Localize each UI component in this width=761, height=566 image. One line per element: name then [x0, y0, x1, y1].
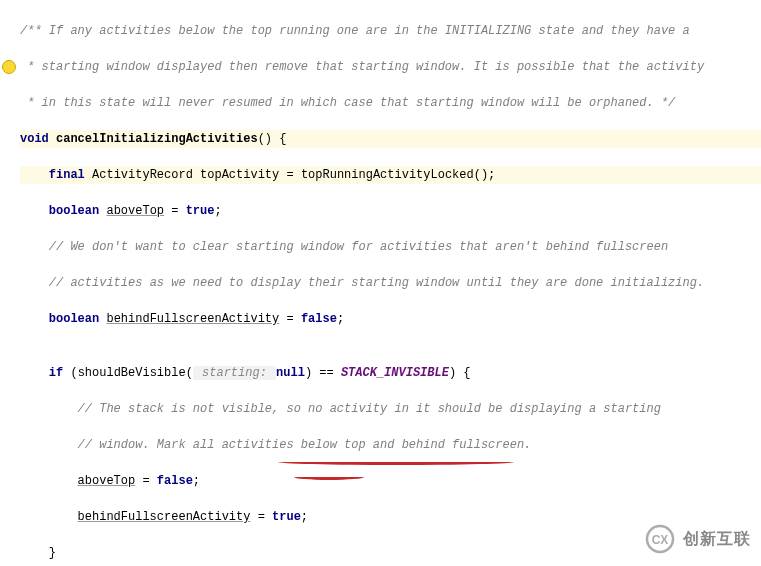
watermark: CX 创新互联	[643, 522, 751, 556]
param-hint: starting:	[193, 366, 276, 380]
svg-text:CX: CX	[652, 533, 669, 547]
val: true	[186, 204, 215, 218]
var: topActivity	[200, 168, 279, 182]
eq: =	[279, 168, 301, 182]
comment: * starting window displayed then remove …	[20, 60, 704, 74]
keyword-final: final	[49, 168, 85, 182]
method-name: cancelInitializingActivities	[56, 132, 258, 146]
comment: /** If any activities below the top runn…	[20, 24, 690, 38]
eq: =	[135, 474, 157, 488]
eq: =	[279, 312, 301, 326]
val: true	[272, 510, 301, 524]
null: null	[276, 366, 305, 380]
red-annotation-2	[294, 474, 364, 480]
val: false	[301, 312, 337, 326]
val: false	[157, 474, 193, 488]
comment: // We don't want to clear starting windo…	[49, 240, 668, 254]
comment: * in this state will never resumed in wh…	[20, 96, 675, 110]
keyword-void: void	[20, 132, 49, 146]
comment: // activities as we need to display thei…	[49, 276, 704, 290]
watermark-text: 创新互联	[683, 527, 751, 551]
const: STACK_INVISIBLE	[341, 366, 449, 380]
end: ;	[214, 204, 221, 218]
plain: () {	[258, 132, 287, 146]
end: ();	[474, 168, 496, 182]
var: behindFullscreenActivity	[106, 312, 279, 326]
var: aboveTop	[106, 204, 164, 218]
comment: // The stack is not visible, so no activ…	[78, 402, 661, 416]
brace: }	[49, 546, 56, 560]
end: ;	[301, 510, 308, 524]
paren: (	[63, 366, 77, 380]
type: ActivityRecord	[92, 168, 193, 182]
keyword-if: if	[49, 366, 63, 380]
watermark-logo-icon: CX	[643, 522, 677, 556]
red-annotation-1	[278, 459, 514, 465]
keyword-boolean: boolean	[49, 204, 99, 218]
call: topRunningActivityLocked	[301, 168, 474, 182]
end: ) {	[449, 366, 471, 380]
var: aboveTop	[78, 474, 136, 488]
end: ;	[337, 312, 344, 326]
code-block: /** If any activities below the top runn…	[0, 0, 761, 566]
var: behindFullscreenActivity	[78, 510, 251, 524]
end: ;	[193, 474, 200, 488]
comment: // window. Mark all activities below top…	[78, 438, 532, 452]
eq: =	[164, 204, 186, 218]
close: ) ==	[305, 366, 341, 380]
eq: =	[250, 510, 272, 524]
call: shouldBeVisible	[78, 366, 186, 380]
keyword-boolean: boolean	[49, 312, 99, 326]
